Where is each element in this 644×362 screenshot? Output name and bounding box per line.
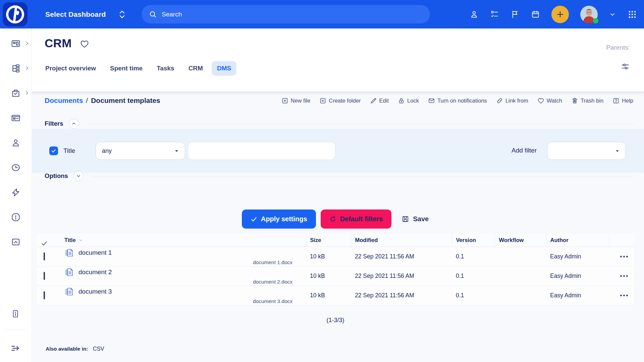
favorite-heart-icon[interactable] <box>80 40 89 48</box>
sidebar-item-quick[interactable] <box>11 187 21 197</box>
tasks-checklist-icon[interactable] <box>490 10 499 19</box>
apply-settings-button[interactable]: Apply settings <box>242 209 316 229</box>
heart-icon <box>537 97 544 104</box>
link-from-button[interactable]: Watch Link from <box>496 97 528 104</box>
flag-icon[interactable] <box>511 10 520 19</box>
turn-on-notifications-button[interactable]: Turn on notifications <box>428 97 487 104</box>
sidebar-item-package[interactable] <box>11 88 21 98</box>
filter-actions: Apply settings Default filters Save <box>32 209 644 229</box>
options-expand-button[interactable] <box>73 171 84 181</box>
save-button[interactable]: Save <box>396 209 434 229</box>
app-logo[interactable] <box>3 2 28 26</box>
sidebar-item-panel[interactable] <box>11 113 21 123</box>
trash-bin-button[interactable]: Trash bin <box>571 97 603 104</box>
breadcrumb-documents-link[interactable]: Documents <box>45 97 83 105</box>
cell-workflow <box>495 247 546 266</box>
row-actions-menu[interactable] <box>613 256 630 257</box>
column-header-workflow[interactable]: Workflow <box>495 234 546 247</box>
create-folder-button[interactable]: Create folder <box>319 97 361 104</box>
column-header-title[interactable]: Title <box>64 237 302 243</box>
table-row[interactable]: document 1document 1.docx10 kB22 Sep 202… <box>37 247 634 266</box>
column-header-modified[interactable]: Modified <box>351 234 452 247</box>
project-tabs: Project overview Spent time Tasks CRM DM… <box>40 61 236 76</box>
dashboard-switcher-icon <box>119 10 125 19</box>
calendar-icon[interactable] <box>531 10 540 19</box>
lock-button[interactable]: Lock <box>398 97 419 104</box>
check-icon <box>251 216 257 223</box>
profile-icon[interactable] <box>470 10 479 19</box>
tab-spent-time[interactable]: Spent time <box>105 61 148 76</box>
title-filter-value-input[interactable] <box>188 142 335 160</box>
sidebar-item-time[interactable] <box>11 163 21 173</box>
cell-version: 0.1 <box>452 266 495 286</box>
row-checkbox[interactable] <box>44 252 45 260</box>
cell-author: Easy Admin <box>546 266 609 286</box>
column-header-author[interactable]: Author <box>546 234 609 247</box>
add-filter-select[interactable] <box>547 142 626 160</box>
edit-button[interactable]: Edit <box>370 97 389 104</box>
tab-tasks[interactable]: Tasks <box>151 61 179 76</box>
hierarchy-icon <box>11 63 21 73</box>
options-section-label: Options <box>45 172 68 180</box>
filters-collapse-button[interactable] <box>69 119 79 129</box>
help-button[interactable]: Help <box>612 97 633 104</box>
documents-table: Title Size Modified Version Workflow Aut… <box>37 234 634 305</box>
chevron-right-icon[interactable] <box>25 66 29 70</box>
clock-icon <box>11 163 21 173</box>
watch-button[interactable]: Watch <box>537 97 562 104</box>
sidebar-item-collapse-up[interactable] <box>11 237 21 247</box>
select-all-check-icon[interactable] <box>41 240 56 247</box>
user-avatar[interactable] <box>580 6 598 23</box>
info-icon <box>11 309 20 318</box>
document-link[interactable]: document 3 <box>78 288 112 295</box>
envelope-icon <box>428 97 435 104</box>
cell-size: 10 kB <box>306 247 351 266</box>
sidebar-info-button[interactable] <box>11 309 20 318</box>
sidebar-item-dashboard[interactable] <box>11 39 21 49</box>
document-link[interactable]: document 1 <box>78 249 112 256</box>
sidebar-item-alerts[interactable] <box>11 212 21 222</box>
tab-crm[interactable]: CRM <box>183 61 208 76</box>
row-actions-menu[interactable] <box>613 295 630 296</box>
chevron-right-icon[interactable] <box>25 41 29 46</box>
chevron-down-icon[interactable] <box>609 11 616 18</box>
sidebar-item-hierarchy[interactable] <box>11 63 21 73</box>
options-divider <box>92 176 633 176</box>
global-search[interactable] <box>142 5 430 23</box>
dashboard-selector[interactable]: Select Dashboard <box>45 0 125 28</box>
table-row[interactable]: document 2document 2.docx10 kB22 Sep 202… <box>37 266 634 286</box>
title-filter-checkbox[interactable] <box>49 146 58 155</box>
column-header-actions <box>609 234 634 247</box>
chevron-right-icon[interactable] <box>25 91 29 95</box>
search-input[interactable] <box>162 11 423 18</box>
title-filter-operator-select[interactable]: any <box>96 142 185 160</box>
sidebar-divider <box>6 329 26 330</box>
sidebar-item-users[interactable] <box>11 138 21 148</box>
header-settings-sliders-icon[interactable] <box>621 62 630 71</box>
column-header-version[interactable]: Version <box>452 234 495 247</box>
default-filters-button[interactable]: Default filters <box>321 209 392 229</box>
tab-dms[interactable]: DMS <box>212 61 236 76</box>
title-filter-label: Title <box>63 147 75 155</box>
sidebar-collapse-button[interactable] <box>10 343 21 354</box>
question-square-icon <box>612 97 620 104</box>
document-link[interactable]: document 2 <box>78 268 112 276</box>
apps-grid-icon[interactable] <box>627 9 637 19</box>
csv-export-link[interactable]: CSV <box>93 346 104 352</box>
word-document-icon <box>64 287 74 296</box>
cell-version: 0.1 <box>452 247 495 266</box>
user-icon <box>11 138 21 148</box>
row-checkbox[interactable] <box>44 291 45 299</box>
tab-project-overview[interactable]: Project overview <box>40 61 101 76</box>
row-checkbox[interactable] <box>44 272 45 280</box>
dashboard-icon <box>11 39 21 49</box>
new-file-button[interactable]: New file <box>281 97 311 104</box>
filters-panel: Title any Add filter <box>32 129 644 173</box>
add-plus-button[interactable] <box>551 6 569 23</box>
dms-content: Documents / Document templates New file … <box>32 92 644 362</box>
column-header-size[interactable]: Size <box>306 234 351 247</box>
document-filename: document 3.docx <box>253 298 302 304</box>
table-row[interactable]: document 3document 3.docx10 kB22 Sep 202… <box>37 286 634 305</box>
row-actions-menu[interactable] <box>613 275 630 277</box>
cell-version: 0.1 <box>452 286 495 305</box>
